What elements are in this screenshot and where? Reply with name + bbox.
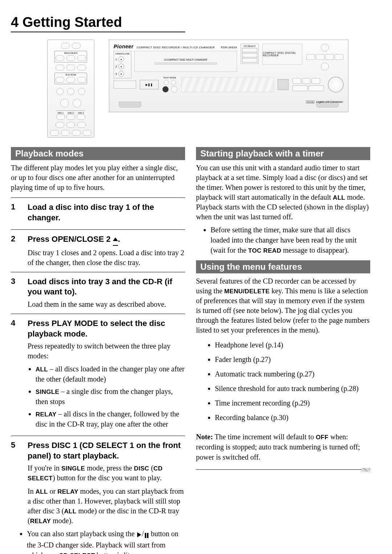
step-4: 4 Press PLAY MODE to select the disc pla… xyxy=(11,314,185,436)
remote-play-mode-label: PLAY MODE xyxy=(66,74,76,76)
left-column: Playback modes The different play modes … xyxy=(11,145,185,554)
timer-body: You can use this unit with a standard au… xyxy=(196,163,370,222)
step-2: 2 Press OPEN/CLOSE 2 . Disc tray 1 close… xyxy=(11,229,185,272)
playback-modes-intro: The different play modes let you play ei… xyxy=(11,163,185,192)
pause-icon xyxy=(144,530,149,540)
step-3: 3 Load discs into tray 3 and the CD-R (i… xyxy=(11,272,185,314)
cd-select-group: CD SELECT xyxy=(241,44,259,64)
changer-tray: 3-COMPACT DISC MULTI CHANGER xyxy=(134,51,237,72)
remote-diagram: MENU/ DELETE PLAY MODE DISC 1 DISC 2 xyxy=(47,40,94,138)
jog-dial xyxy=(328,77,344,93)
step-1: 1 Load a disc into disc tray 1 of the ch… xyxy=(11,197,185,229)
play-mode-options: ALL – all discs loaded in the changer pl… xyxy=(28,364,185,429)
step-5: 5 Press DISC 1 (CD SELECT 1 on the front… xyxy=(11,436,185,554)
play-icon xyxy=(137,532,141,537)
step-list: 1 Load a disc into disc tray 1 of the ch… xyxy=(11,197,185,554)
section-timer: Starting playback with a timer xyxy=(196,147,370,160)
remote-menu-delete-label: MENU/ DELETE xyxy=(64,52,78,54)
panel-branding: Pioneer COMPACT DISC RECORDER / MULTI-CD… xyxy=(114,44,237,49)
hardware-diagrams: MENU/ DELETE PLAY MODE DISC 1 DISC 2 xyxy=(47,40,370,138)
section-menu-features: Using the menu features xyxy=(196,260,370,273)
chapter-title: 4 Getting Started xyxy=(11,15,185,32)
eject-icon xyxy=(113,234,118,246)
menu-features-body: Several features of the CD recorder can … xyxy=(196,276,370,335)
note-block: Note: The time increment will default to… xyxy=(196,432,370,462)
front-panel-diagram: Pioneer COMPACT DISC RECORDER / MULTI-CD… xyxy=(109,40,348,112)
section-playback-modes: Playback modes xyxy=(11,147,185,160)
timer-bullets: Before setting the timer, make sure that… xyxy=(203,225,370,255)
menu-feature-list: Headphone level (p.14) Fader length (p.2… xyxy=(207,339,370,423)
note-divider xyxy=(196,469,362,470)
recorder-display: COMPACT DISC DIGITAL RECORDER xyxy=(262,44,302,65)
right-column: Starting playback with a timer You can u… xyxy=(196,145,370,554)
